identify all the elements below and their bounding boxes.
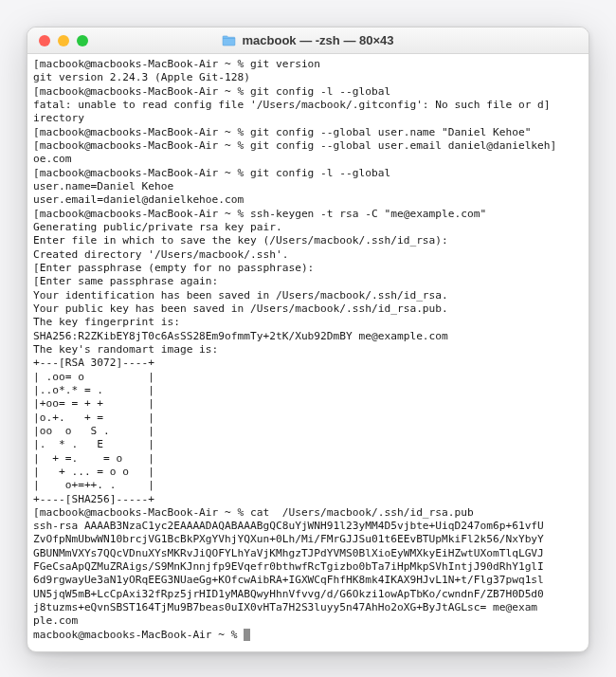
cursor-icon (244, 629, 250, 641)
window-title: macbook — -zsh — 80×43 (242, 33, 393, 47)
minimize-icon[interactable] (58, 35, 69, 46)
close-icon[interactable] (39, 35, 50, 46)
window-controls (27, 35, 88, 46)
titlebar-center: macbook — -zsh — 80×43 (27, 33, 589, 47)
terminal-body[interactable]: [macbook@macbooks-MacBook-Air ~ % git ve… (27, 54, 589, 651)
titlebar[interactable]: macbook — -zsh — 80×43 (27, 27, 589, 54)
zoom-icon[interactable] (77, 35, 88, 46)
terminal-output: [macbook@macbooks-MacBook-Air ~ % git ve… (33, 58, 556, 627)
svg-rect-0 (224, 37, 236, 38)
folder-icon (222, 35, 236, 46)
terminal-window: macbook — -zsh — 80×43 [macbook@macbooks… (27, 27, 589, 652)
terminal-prompt: macbook@macbooks-MacBook-Air ~ % (33, 629, 244, 641)
